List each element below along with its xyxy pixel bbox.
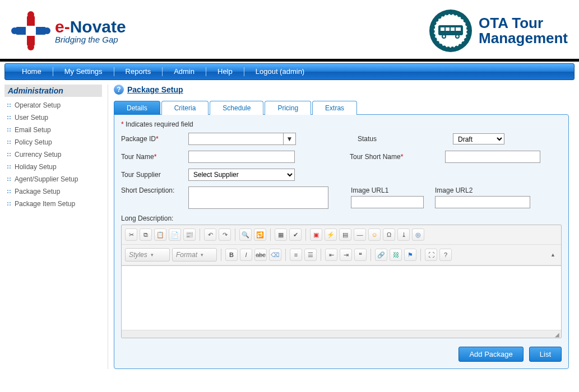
sidebar-item-package-item-setup[interactable]: Package Item Setup [4, 198, 102, 210]
sidebar-item-policy-setup[interactable]: Policy Setup [4, 136, 102, 148]
sidebar-item-holiday-setup[interactable]: Holiday Setup [4, 161, 102, 173]
find-icon[interactable]: 🔍 [239, 228, 252, 241]
flash-icon[interactable]: ⚡ [325, 228, 337, 241]
editor-toolbar-2: Styles▾ Format▾ B I abc ⌫ ≡ ☰ ⇤ ⇥ ❝ 🔗 [122, 245, 561, 265]
tour-short-name-input[interactable] [445, 151, 540, 163]
package-id-dropdown-button[interactable]: ▼ [284, 133, 296, 145]
maximize-icon[interactable]: ⛶ [425, 249, 437, 261]
svg-point-19 [443, 35, 445, 38]
sidebar-item-package-setup[interactable]: Package Setup [4, 185, 102, 198]
paste-icon[interactable]: 📋 [154, 228, 166, 241]
sidebar-title: Administration [4, 85, 102, 97]
bus-icon [428, 8, 473, 53]
product-logo: OTA Tour Management [428, 8, 568, 53]
sidebar: Administration Operator Setup User Setup… [4, 85, 108, 369]
tab-schedule[interactable]: Schedule [210, 101, 263, 115]
svg-rect-13 [441, 27, 444, 31]
special-char-icon[interactable]: Ω [383, 228, 395, 241]
tabs: Details Criteria Schedule Pricing Extras [114, 100, 569, 114]
outdent-icon[interactable]: ⇤ [325, 249, 337, 261]
details-panel: * Indicates required field Package ID* ▼… [114, 114, 569, 369]
italic-icon[interactable]: I [240, 249, 252, 261]
redo-icon[interactable]: ↷ [219, 228, 231, 241]
tab-pricing[interactable]: Pricing [265, 101, 311, 115]
tour-name-label: Tour Name* [121, 153, 183, 161]
table-icon[interactable]: ▤ [339, 228, 351, 241]
spellcheck-icon[interactable]: ✔ [289, 228, 302, 241]
tour-short-name-label: Tour Short Name* [350, 153, 439, 161]
svg-point-5 [44, 27, 50, 34]
svg-point-20 [456, 35, 458, 38]
strike-icon[interactable]: abc [254, 249, 267, 261]
brand-text: e-Novate Bridging the Gap [55, 17, 126, 44]
select-all-icon[interactable]: ▦ [275, 228, 287, 241]
editor-body[interactable] [122, 265, 561, 330]
sidebar-item-agent-supplier-setup[interactable]: Agent/Supplier Setup [4, 173, 102, 185]
collapse-toolbar-icon[interactable]: ▲ [550, 252, 558, 258]
svg-rect-15 [451, 27, 455, 31]
tour-supplier-label: Tour Supplier [121, 171, 183, 179]
format-combo[interactable]: Format▾ [172, 248, 217, 262]
nav-reports[interactable]: Reports [114, 67, 163, 76]
bulleted-list-icon[interactable]: ☰ [304, 249, 317, 261]
status-label: Status [358, 135, 447, 143]
image-icon[interactable]: ▣ [310, 228, 322, 241]
svg-point-3 [11, 27, 18, 34]
bold-icon[interactable]: B [225, 249, 238, 261]
paste-word-icon[interactable]: 📰 [183, 228, 196, 241]
sidebar-item-user-setup[interactable]: User Setup [4, 111, 102, 124]
tab-extras[interactable]: Extras [312, 101, 357, 115]
long-description-label: Long Description: [121, 214, 562, 222]
puzzle-icon [11, 11, 50, 50]
blockquote-icon[interactable]: ❝ [354, 249, 367, 261]
iframe-icon[interactable]: ◎ [412, 228, 424, 241]
smiley-icon[interactable]: ☺ [368, 228, 381, 241]
package-id-label: Package ID* [121, 135, 183, 143]
help-icon[interactable]: ? [114, 85, 124, 95]
styles-combo[interactable]: Styles▾ [125, 248, 170, 262]
brand-e: e- [55, 17, 70, 36]
nav-home[interactable]: Home [11, 67, 53, 76]
image-url2-input[interactable] [435, 196, 530, 208]
paste-text-icon[interactable]: 📄 [169, 228, 181, 241]
sidebar-item-currency-setup[interactable]: Currency Setup [4, 148, 102, 161]
package-id-input[interactable] [188, 133, 284, 145]
remove-format-icon[interactable]: ⌫ [269, 249, 281, 261]
add-package-button[interactable]: Add Package [458, 347, 523, 362]
image-url1-input[interactable] [351, 196, 424, 208]
nav-my-settings[interactable]: My Settings [53, 67, 114, 76]
resize-grip-icon[interactable]: ◢ [555, 332, 559, 338]
svg-point-7 [27, 44, 34, 50]
list-button[interactable]: List [529, 347, 562, 362]
sidebar-item-operator-setup[interactable]: Operator Setup [4, 99, 102, 111]
undo-icon[interactable]: ↶ [204, 228, 216, 241]
brand-tagline: Bridging the Gap [55, 35, 126, 44]
page-title: Package Setup [127, 85, 183, 94]
hr-icon[interactable]: — [354, 228, 366, 241]
tour-name-input[interactable] [188, 151, 295, 163]
rich-text-editor: ✂ ⧉ 📋 📄 📰 ↶ ↷ 🔍 🔁 ▦ ✔ ▣ ⚡ [121, 225, 562, 338]
page-break-icon[interactable]: ⤓ [397, 228, 410, 241]
indent-icon[interactable]: ⇥ [340, 249, 352, 261]
replace-icon[interactable]: 🔁 [254, 228, 266, 241]
brand-logo: e-Novate Bridging the Gap [11, 11, 126, 50]
tour-supplier-select[interactable]: Select Supplier [188, 169, 295, 181]
nav-help[interactable]: Help [206, 67, 244, 76]
unlink-icon[interactable]: ⛓ [390, 249, 402, 261]
nav-logout[interactable]: Logout (admin) [244, 67, 316, 76]
cut-icon[interactable]: ✂ [125, 228, 137, 241]
header: e-Novate Bridging the Gap OTA Tour M [0, 0, 579, 62]
tab-criteria[interactable]: Criteria [161, 101, 209, 115]
sidebar-item-email-setup[interactable]: Email Setup [4, 124, 102, 136]
image-url2-label: Image URL2 [435, 186, 497, 194]
anchor-icon[interactable]: ⚑ [404, 249, 416, 261]
link-icon[interactable]: 🔗 [375, 249, 387, 261]
nav-admin[interactable]: Admin [163, 67, 206, 76]
short-description-input[interactable] [188, 186, 328, 209]
numbered-list-icon[interactable]: ≡ [290, 249, 302, 261]
status-select[interactable]: Draft [453, 133, 504, 144]
copy-icon[interactable]: ⧉ [140, 228, 152, 241]
about-icon[interactable]: ? [439, 249, 452, 261]
product-title: OTA Tour Management [479, 16, 568, 46]
tab-details[interactable]: Details [114, 101, 160, 115]
